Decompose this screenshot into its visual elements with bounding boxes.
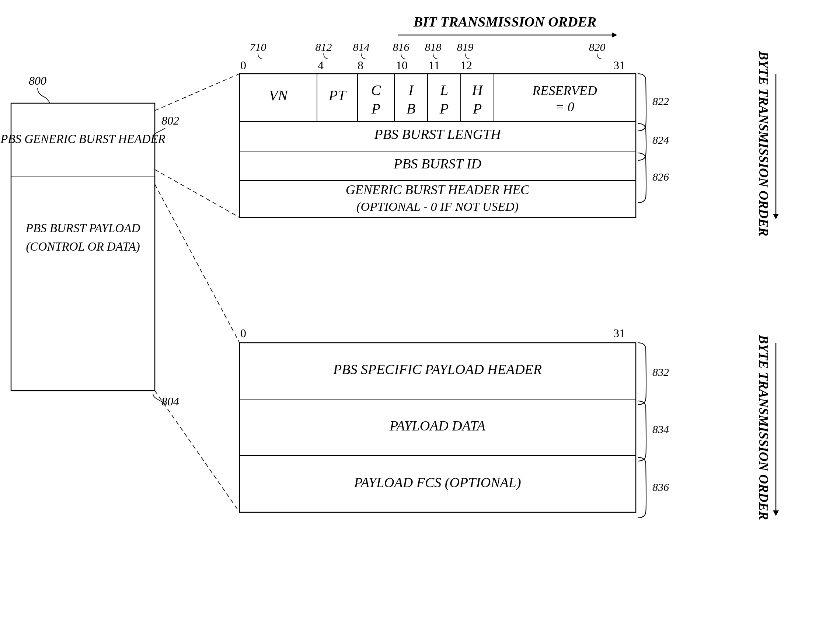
ref-812: 812 [316,41,332,53]
cell-payload-fcs: PAYLOAD FCS (OPTIONAL) [354,475,521,491]
cell-cp-p: P [371,100,381,117]
ref-800: 800 [29,74,46,87]
ref-816: 816 [393,41,409,53]
bit-pos-31-bottom: 31 [613,327,625,340]
ref-819: 819 [457,41,474,53]
left-box-header-label: PBS GENERIC BURST HEADER [0,132,166,145]
bit-transmission-order-label: BIT TRANSMISSION ORDER [413,14,596,30]
cell-pbs-burst-id: PBS BURST ID [393,156,482,171]
cell-lp-p: P [439,100,448,117]
ref-832: 832 [652,366,669,378]
ref-834: 834 [652,423,669,435]
cell-pt: PT [328,87,347,104]
cell-reserved-value: = 0 [555,100,574,114]
ref-710: 710 [250,41,267,53]
ref-826: 826 [652,171,669,183]
left-box-payload-label-line2: (CONTROL OR DATA) [26,240,140,254]
bit-pos-31-top: 31 [613,58,625,72]
bit-pos-10: 10 [396,58,407,72]
svg-marker-1 [612,32,617,38]
main-diagram: BIT TRANSMISSION ORDER 710 812 814 816 8… [0,0,840,635]
bit-pos-4: 4 [318,58,324,72]
cell-lp-l: L [440,82,448,98]
svg-line-16 [155,74,240,111]
cell-generic-hec-line2: (OPTIONAL - 0 IF NOT USED) [357,200,519,214]
byte-transmission-order-top: BYTE TRANSMISSION ORDER [756,51,771,236]
svg-line-19 [155,391,240,512]
bit-pos-8: 8 [357,58,363,72]
ref-836: 836 [652,481,669,493]
cell-payload-data: PAYLOAD DATA [389,418,486,433]
cell-hp-h: H [472,82,483,98]
bit-pos-11: 11 [429,58,440,72]
bit-pos-0: 0 [240,58,246,72]
cell-pbs-burst-length: PBS BURST LENGTH [374,126,502,142]
ref-818: 818 [425,41,442,53]
ref-804: 804 [161,395,179,408]
svg-line-18 [155,184,240,343]
ref-824: 824 [652,134,669,146]
ref-820: 820 [589,41,606,53]
cell-ib-i: I [408,82,414,98]
cell-ib-b: B [407,100,415,117]
cell-pbs-specific-payload-header: PBS SPECIFIC PAYLOAD HEADER [333,362,542,377]
byte-transmission-order-bottom: BYTE TRANSMISSION ORDER [756,335,771,520]
cell-generic-hec-line1: GENERIC BURST HEADER HEC [346,182,530,197]
ref-822: 822 [652,95,669,107]
left-box-payload-label-line1: PBS BURST PAYLOAD [25,221,141,235]
cell-reserved-label: RESERVED [532,83,597,98]
cell-hp-p: P [472,100,482,117]
ref-814: 814 [353,41,370,53]
bit-pos-0-bottom: 0 [240,327,246,340]
svg-line-17 [155,169,240,218]
svg-marker-13 [773,214,779,219]
cell-vn: VN [269,87,288,104]
diagram-container: BIT TRANSMISSION ORDER 710 812 814 816 8… [0,0,840,635]
cell-cp-c: C [371,82,382,98]
bit-pos-12: 12 [460,58,472,72]
ref-802: 802 [161,114,179,127]
svg-marker-24 [773,510,779,516]
